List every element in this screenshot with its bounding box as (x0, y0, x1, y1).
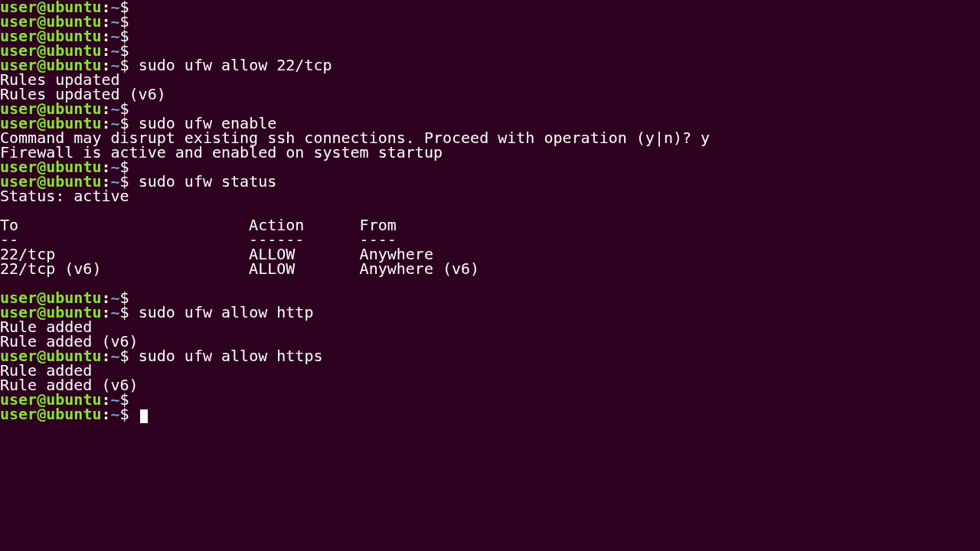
terminal-line: user@ubuntu:~$ sudo ufw allow https (0, 349, 980, 364)
prompt-colon: : (101, 347, 110, 365)
prompt-colon: : (101, 303, 110, 321)
terminal-line: user@ubuntu:~$ (0, 393, 980, 407)
output-line: Rule added (v6) (0, 378, 980, 393)
prompt-at: @ (37, 405, 46, 423)
terminal[interactable]: user@ubuntu:~$ user@ubuntu:~$ user@ubunt… (0, 0, 980, 423)
cursor-block (140, 409, 148, 423)
output-line: Rule added (0, 364, 980, 378)
prompt-symbol: $ (120, 303, 139, 321)
output-line: Status: active (0, 189, 980, 204)
output-line (0, 276, 980, 291)
terminal-line: user@ubuntu:~$ sudo ufw allow 22/tcp (0, 58, 980, 73)
terminal-line: user@ubuntu:~$ (0, 15, 980, 29)
terminal-line: user@ubuntu:~$ sudo ufw allow http (0, 305, 980, 320)
prompt-path: ~ (111, 303, 120, 321)
prompt-symbol: $ (120, 347, 139, 365)
command-text: sudo ufw allow 22/tcp (139, 56, 332, 74)
prompt-symbol: $ (120, 56, 139, 74)
terminal-line: user@ubuntu:~$ (0, 0, 980, 15)
output-line: 22/tcp (v6) ALLOW Anywhere (v6) (0, 262, 980, 276)
prompt-symbol: $ (120, 405, 139, 423)
output-line: Rule added (0, 320, 980, 334)
command-text: sudo ufw status (139, 172, 277, 191)
command-text: sudo ufw allow http (139, 303, 314, 321)
output-line: Rules updated (v6) (0, 87, 980, 102)
prompt-path: ~ (111, 347, 120, 365)
prompt-colon: : (101, 405, 110, 423)
prompt-user: user (0, 405, 37, 423)
terminal-line: user@ubuntu:~$ (0, 29, 980, 44)
terminal-line: user@ubuntu:~$ sudo ufw status (0, 174, 980, 189)
command-text: sudo ufw allow https (139, 347, 323, 365)
output-line: Firewall is active and enabled on system… (0, 145, 980, 160)
terminal-line: user@ubuntu:~$ (0, 407, 980, 423)
prompt-path: ~ (111, 405, 120, 423)
prompt-host: ubuntu (46, 405, 101, 423)
